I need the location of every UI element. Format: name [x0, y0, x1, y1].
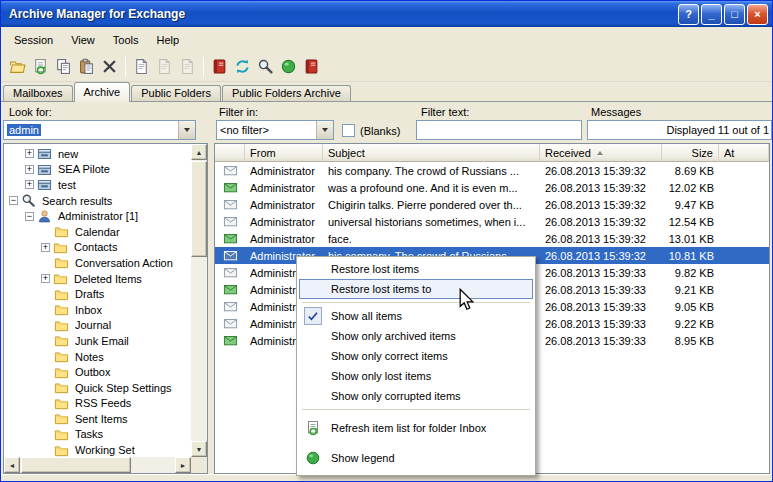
column-header-size[interactable]: Size — [662, 144, 719, 162]
scroll-up-button[interactable]: ▲ — [191, 144, 207, 160]
context-restore-lost-items[interactable]: Restore lost items — [299, 259, 533, 279]
message-row[interactable]: Administratorwas a profound one. And it … — [215, 179, 769, 196]
refresh-doc-icon — [300, 420, 326, 436]
tree-item-label: Quick Step Settings — [73, 382, 174, 394]
filter-in-combo[interactable]: <no filter> — [216, 120, 334, 140]
tree-item-search-results[interactable]: −Search results — [5, 193, 191, 209]
folder-icon — [54, 287, 69, 302]
context-show-only-lost-items[interactable]: Show only lost items — [299, 366, 533, 386]
delete-icon — [101, 58, 118, 77]
tab-public-folders-archive[interactable]: Public Folders Archive — [222, 85, 351, 102]
expand-icon[interactable]: + — [25, 165, 34, 174]
scroll-down-button[interactable]: ▼ — [191, 441, 207, 457]
message-subject-cell: universal historians sometimes, when i..… — [323, 216, 540, 228]
scroll-left-button[interactable]: ◄ — [4, 457, 20, 473]
advanced-search-button[interactable] — [254, 56, 277, 79]
tree-vertical-scrollbar[interactable]: ▲ ▼ — [191, 144, 207, 457]
new-message-button[interactable] — [130, 56, 153, 79]
menu-view[interactable]: View — [62, 30, 104, 50]
tree-item-sent-items[interactable]: Sent Items — [5, 411, 191, 427]
menu-session[interactable]: Session — [5, 30, 62, 50]
tree-item-test[interactable]: +test — [5, 177, 191, 193]
scroll-right-button[interactable]: ► — [175, 457, 191, 473]
tree-item-inbox[interactable]: Inbox — [5, 302, 191, 318]
menu-help[interactable]: Help — [147, 30, 188, 50]
tree-item-notes[interactable]: Notes — [5, 349, 191, 365]
legend-icon — [300, 450, 326, 466]
copy-button[interactable] — [52, 56, 75, 79]
look-for-dropdown-button[interactable] — [178, 121, 195, 139]
paste-button[interactable] — [75, 56, 98, 79]
tree-item-sea-pilote[interactable]: +SEA Pilote — [5, 162, 191, 178]
titlebar[interactable]: Archive Manager for Exchange ? _ □ × — [1, 1, 772, 27]
archive-item-button[interactable] — [29, 56, 52, 79]
exit-button[interactable] — [300, 56, 323, 79]
tree-item-deleted-items[interactable]: +Deleted Items — [5, 271, 191, 287]
tree-item-new[interactable]: +new — [5, 146, 191, 162]
open-archive-button[interactable] — [6, 56, 29, 79]
expand-icon[interactable]: + — [41, 274, 50, 283]
context-show-only-archived-items[interactable]: Show only archived items — [299, 326, 533, 346]
log-book-button[interactable] — [208, 56, 231, 79]
column-header-subject[interactable]: Subject — [323, 144, 540, 162]
tree-item-label: Tasks — [73, 428, 105, 440]
tree-item-conversation-action[interactable]: Conversation Action — [5, 255, 191, 271]
column-header-icon[interactable] — [215, 144, 245, 162]
tree-item-tasks[interactable]: Tasks — [5, 427, 191, 443]
context-show-all-items[interactable]: Show all items — [299, 306, 533, 326]
tab-public-folders[interactable]: Public Folders — [131, 85, 221, 102]
scrollbar-thumb[interactable] — [191, 161, 207, 257]
context-show-legend[interactable]: Show legend — [299, 443, 533, 473]
context-refresh-item-list-for-folder-inbox[interactable]: Refresh item list for folder Inbox — [299, 413, 533, 443]
context-restore-lost-items-to[interactable]: Restore lost items to — [299, 279, 533, 299]
blanks-checkbox[interactable] — [342, 124, 355, 137]
tree-horizontal-scrollbar[interactable]: ◄ ► — [4, 457, 191, 473]
scrollbar-thumb[interactable] — [21, 457, 131, 473]
check-icon — [304, 307, 322, 325]
tree-item-calendar[interactable]: Calendar — [5, 224, 191, 240]
expand-icon[interactable]: + — [25, 180, 34, 189]
env-arch-icon — [215, 180, 245, 195]
refresh-list-button[interactable] — [231, 56, 254, 79]
maximize-button[interactable]: □ — [724, 4, 745, 25]
tree-item-journal[interactable]: Journal — [5, 318, 191, 334]
tree-item-administrator-1[interactable]: −Administrator [1] — [5, 208, 191, 224]
context-show-only-correct-items[interactable]: Show only correct items — [299, 346, 533, 366]
tree-item-outbox[interactable]: Outbox — [5, 364, 191, 380]
expand-icon[interactable]: + — [25, 149, 34, 158]
menu-tools[interactable]: Tools — [104, 30, 148, 50]
tree-item-drafts[interactable]: Drafts — [5, 286, 191, 302]
look-for-combo[interactable]: admin — [3, 120, 196, 140]
message-size-cell: 8.95 KB — [662, 335, 719, 347]
collapse-icon[interactable]: − — [25, 212, 34, 221]
tree-item-rss-feeds[interactable]: RSS Feeds — [5, 396, 191, 412]
help-button[interactable]: ? — [678, 4, 699, 25]
tree-item-contacts[interactable]: +Contacts — [5, 240, 191, 256]
column-header-from[interactable]: From — [245, 144, 323, 162]
tree-item-quick-step-settings[interactable]: Quick Step Settings — [5, 380, 191, 396]
tab-mailboxes[interactable]: Mailboxes — [3, 85, 73, 102]
message-row[interactable]: Administratorface.26.08.2013 15:39:3213.… — [215, 230, 769, 247]
collapse-icon[interactable]: − — [9, 196, 18, 205]
tree-item-working-set[interactable]: Working Set — [5, 442, 191, 457]
tree-item-junk-email[interactable]: Junk Email — [5, 333, 191, 349]
folder-icon — [54, 396, 69, 411]
context-show-only-corrupted-items[interactable]: Show only corrupted items — [299, 386, 533, 406]
filter-text-input[interactable] — [416, 120, 582, 140]
column-header-at[interactable]: At — [719, 144, 769, 162]
column-header-received[interactable]: Received — [540, 144, 662, 162]
close-button[interactable]: × — [747, 4, 768, 25]
tab-archive[interactable]: Archive — [74, 82, 131, 102]
menu-item-label: Show only corrupted items — [326, 390, 461, 402]
show-legend-button[interactable] — [277, 56, 300, 79]
expand-icon[interactable]: + — [41, 243, 50, 252]
message-row[interactable]: Administratoruniversal historians someti… — [215, 213, 769, 230]
delete-button[interactable] — [98, 56, 121, 79]
column-header-label: Size — [692, 147, 713, 159]
menu-item-label: Show all items — [326, 310, 402, 322]
filter-in-dropdown-button[interactable] — [316, 121, 333, 139]
minimize-button[interactable]: _ — [701, 4, 722, 25]
message-row[interactable]: AdministratorChigirin talks. Pierre pond… — [215, 196, 769, 213]
message-row[interactable]: Administratorhis company. The crowd of R… — [215, 162, 769, 179]
env-lost-icon — [215, 316, 245, 331]
